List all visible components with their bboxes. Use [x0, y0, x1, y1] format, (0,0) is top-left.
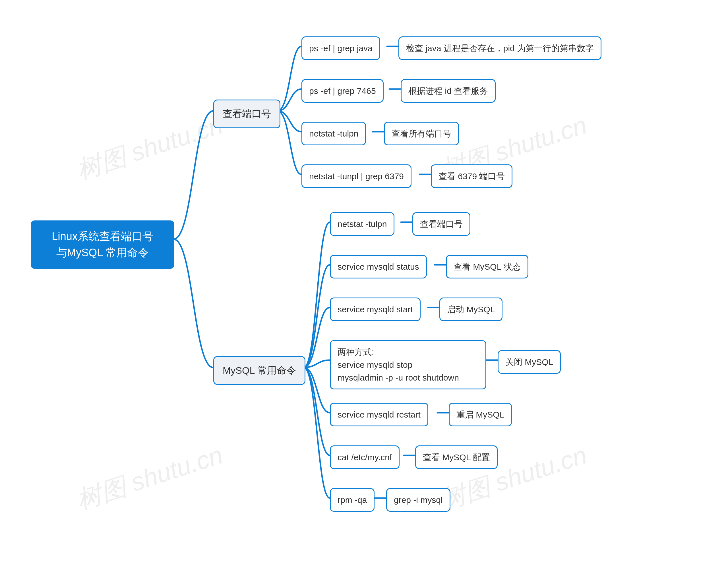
branch-ports[interactable]: 查看端口号 — [213, 99, 280, 128]
mysql-cmd-0[interactable]: netstat -tulpn — [330, 212, 394, 236]
ports-cmd-1[interactable]: ps -ef | grep 7465 — [301, 79, 384, 103]
mysql-cmd-6[interactable]: rpm -qa — [330, 488, 374, 512]
ports-desc-3[interactable]: 查看 6379 端口号 — [431, 164, 512, 188]
branch-mysql[interactable]: MySQL 常用命令 — [213, 356, 305, 385]
mysql-desc-3[interactable]: 关闭 MySQL — [498, 350, 561, 374]
mysql-desc-4[interactable]: 重启 MySQL — [449, 403, 512, 426]
ports-cmd-2[interactable]: netstat -tulpn — [301, 122, 366, 145]
ports-cmd-0[interactable]: ps -ef | grep java — [301, 37, 380, 60]
mysql-cmd-2[interactable]: service mysqld start — [330, 297, 421, 321]
ports-cmd-3[interactable]: netstat -tunpl | grep 6379 — [301, 164, 412, 188]
ports-desc-1[interactable]: 根据进程 id 查看服务 — [401, 79, 496, 103]
mysql-desc-1[interactable]: 查看 MySQL 状态 — [446, 255, 528, 278]
mysql-cmd-1[interactable]: service mysqld status — [330, 255, 427, 278]
mysql-desc-0[interactable]: 查看端口号 — [412, 212, 470, 236]
mysql-desc-2[interactable]: 启动 MySQL — [439, 297, 503, 321]
mysql-desc-6[interactable]: grep -i mysql — [386, 488, 450, 512]
watermark: 树图 shutu.cn — [73, 109, 227, 188]
mysql-cmd-3[interactable]: 两种方式: service mysqld stop mysqladmin -p … — [330, 340, 486, 389]
mysql-desc-5[interactable]: 查看 MySQL 配置 — [415, 445, 498, 469]
ports-desc-0[interactable]: 检查 java 进程是否存在，pid 为第一行的第串数字 — [398, 37, 601, 60]
watermark: 树图 shutu.cn — [73, 438, 227, 517]
mysql-cmd-4[interactable]: service mysqld restart — [330, 403, 428, 426]
root-node[interactable]: Linux系统查看端口号 与MySQL 常用命令 — [31, 220, 174, 269]
mysql-cmd-5[interactable]: cat /etc/my.cnf — [330, 445, 399, 469]
ports-desc-2[interactable]: 查看所有端口号 — [384, 122, 459, 145]
